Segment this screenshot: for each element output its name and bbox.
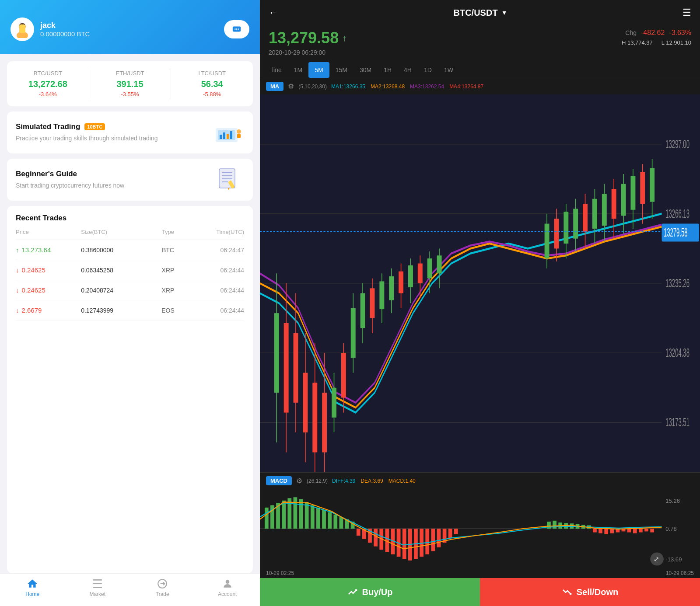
tf-15m[interactable]: 15M bbox=[329, 62, 354, 78]
btc-price-card[interactable]: BTC/USDT 13,272.68 -3.64% bbox=[7, 68, 89, 99]
trade-direction-icon: ↓ bbox=[16, 306, 19, 314]
simulated-trading-title: Simulated Trading 10BTC bbox=[16, 122, 158, 131]
nav-account[interactable]: Account bbox=[195, 578, 260, 597]
svg-rect-92 bbox=[650, 168, 654, 202]
beginners-guide-info: Beginner's Guide Start trading cryptocur… bbox=[16, 170, 124, 190]
svg-rect-102 bbox=[265, 508, 269, 529]
svg-text:13173.51: 13173.51 bbox=[665, 416, 690, 429]
nav-home[interactable]: Home bbox=[0, 578, 65, 597]
pair-dropdown-arrow[interactable]: ▼ bbox=[501, 9, 508, 16]
svg-rect-111 bbox=[316, 508, 320, 529]
price-up-arrow: ↑ bbox=[342, 33, 346, 43]
svg-rect-145 bbox=[598, 529, 602, 533]
svg-text:13204.38: 13204.38 bbox=[665, 346, 690, 360]
svg-rect-70 bbox=[545, 224, 550, 259]
big-price-value: 13,279.58 bbox=[269, 29, 339, 47]
tf-1d[interactable]: 1D bbox=[418, 62, 438, 78]
eth-pair: ETH/USDT bbox=[94, 70, 167, 77]
trade-size: 0.12743999 bbox=[81, 307, 146, 314]
tf-1w[interactable]: 1W bbox=[438, 62, 459, 78]
svg-rect-68 bbox=[437, 255, 442, 273]
svg-rect-44 bbox=[322, 393, 327, 452]
x-axis-labels: 10-29 02:25 10-29 06:25 bbox=[260, 568, 700, 578]
macd-button[interactable]: MACD bbox=[266, 476, 292, 485]
svg-rect-106 bbox=[287, 498, 291, 529]
svg-rect-113 bbox=[328, 512, 332, 529]
beginners-guide-icon bbox=[214, 167, 244, 193]
ma-bar: MA ⚙ (5,10,20,30) MA1:13266.35 MA2:13268… bbox=[260, 78, 700, 94]
menu-icon[interactable]: ☰ bbox=[682, 7, 691, 18]
svg-rect-64 bbox=[418, 264, 423, 283]
ma-stats: MA1:13266.35 MA2:13268.48 MA3:13262.54 M… bbox=[331, 84, 483, 90]
header-size: Size(BTC) bbox=[81, 229, 146, 235]
nav-market[interactable]: Market bbox=[65, 578, 130, 597]
tf-5m[interactable]: 5M bbox=[308, 62, 329, 78]
svg-rect-72 bbox=[554, 219, 559, 248]
svg-rect-126 bbox=[402, 529, 406, 559]
svg-rect-58 bbox=[389, 276, 394, 300]
left-panel: jack 0.00000000 BTC BTC/USDT 13,272.68 -… bbox=[0, 0, 260, 606]
right-panel: ← BTC/USDT ▼ ☰ 13,279.58 ↑ 2020-10-29 06… bbox=[260, 0, 700, 606]
eth-price-card[interactable]: ETH/USDT 391.15 -3.55% bbox=[89, 68, 172, 99]
pair-title: BTC/USDT ▼ bbox=[454, 8, 508, 18]
svg-rect-62 bbox=[408, 265, 413, 287]
header-type: Type bbox=[146, 229, 189, 235]
ma4-stat: MA4:13264.87 bbox=[449, 84, 483, 90]
tf-1h[interactable]: 1H bbox=[378, 62, 398, 78]
svg-point-14 bbox=[237, 129, 241, 134]
nav-account-label: Account bbox=[218, 591, 237, 597]
svg-rect-3 bbox=[19, 28, 25, 33]
trade-buttons: Buy/Up Sell/Down bbox=[260, 578, 700, 606]
chat-button[interactable] bbox=[224, 20, 249, 38]
macd-diff: DIFF:4.39 bbox=[332, 478, 355, 484]
beginners-guide-card[interactable]: Beginner's Guide Start trading cryptocur… bbox=[7, 159, 253, 201]
svg-rect-10 bbox=[220, 135, 222, 139]
back-button[interactable]: ← bbox=[269, 7, 278, 18]
sell-button[interactable]: Sell/Down bbox=[480, 578, 700, 606]
tf-30m[interactable]: 30M bbox=[354, 62, 378, 78]
svg-rect-23 bbox=[93, 579, 102, 580]
svg-text:⤢: ⤢ bbox=[654, 555, 659, 563]
table-row: ↓ 0.24625 0.20408724 XRP 06:24:44 bbox=[16, 280, 244, 300]
trade-type: EOS bbox=[146, 307, 189, 314]
bottom-nav: Home Market Trade Account bbox=[0, 573, 260, 606]
svg-rect-144 bbox=[593, 529, 597, 533]
ma-settings-icon[interactable]: ⚙ bbox=[288, 82, 294, 91]
nav-trade[interactable]: Trade bbox=[130, 578, 195, 597]
tf-line[interactable]: line bbox=[266, 62, 288, 78]
svg-rect-118 bbox=[357, 529, 360, 536]
chg-value: -482.62 bbox=[641, 29, 665, 37]
trade-size: 0.20408724 bbox=[81, 287, 146, 294]
table-row: ↑ 13,273.64 0.38600000 BTC 06:24:47 bbox=[16, 240, 244, 260]
macd-settings-icon[interactable]: ⚙ bbox=[296, 477, 302, 485]
svg-rect-82 bbox=[602, 194, 607, 226]
svg-rect-135 bbox=[454, 529, 458, 534]
svg-rect-109 bbox=[305, 502, 309, 529]
ltc-price-card[interactable]: LTC/USDT 56.34 -5.88% bbox=[171, 68, 253, 99]
chg-label: Chg bbox=[625, 29, 637, 36]
big-price: 13,279.58 ↑ bbox=[269, 29, 346, 47]
btc-badge: 10BTC bbox=[84, 123, 105, 130]
tf-4h[interactable]: 4H bbox=[398, 62, 418, 78]
nav-trade-label: Trade bbox=[156, 591, 169, 597]
candlestick-chart[interactable]: 13297.00 13266.13 13235.26 13204.38 1317… bbox=[260, 94, 700, 472]
svg-rect-86 bbox=[621, 184, 626, 216]
svg-rect-52 bbox=[360, 293, 365, 328]
buy-button[interactable]: Buy/Up bbox=[260, 578, 480, 606]
macd-params: (26,12,9) bbox=[307, 478, 328, 484]
simulated-trading-info: Simulated Trading 10BTC Practice your tr… bbox=[16, 122, 158, 143]
timeframe-tabs: line 1M 5M 15M 30M 1H 4H 1D 1W bbox=[260, 62, 700, 78]
simulated-trading-card[interactable]: Simulated Trading 10BTC Practice your tr… bbox=[7, 111, 253, 153]
svg-rect-114 bbox=[333, 515, 337, 529]
btc-price: 13,272.68 bbox=[11, 79, 84, 89]
trade-time: 06:24:44 bbox=[190, 267, 244, 274]
ma-button[interactable]: MA bbox=[266, 82, 284, 91]
eth-change: -3.55% bbox=[94, 91, 167, 98]
btc-change: -3.64% bbox=[11, 91, 84, 98]
svg-text:13235.26: 13235.26 bbox=[665, 277, 690, 290]
svg-rect-15 bbox=[237, 134, 241, 138]
username: jack bbox=[40, 21, 90, 30]
tf-1m[interactable]: 1M bbox=[288, 62, 308, 78]
macd-chart[interactable]: 15.26 0.78 -13.69 ⤢ bbox=[260, 489, 700, 568]
user-info: jack 0.00000000 BTC bbox=[10, 17, 90, 41]
